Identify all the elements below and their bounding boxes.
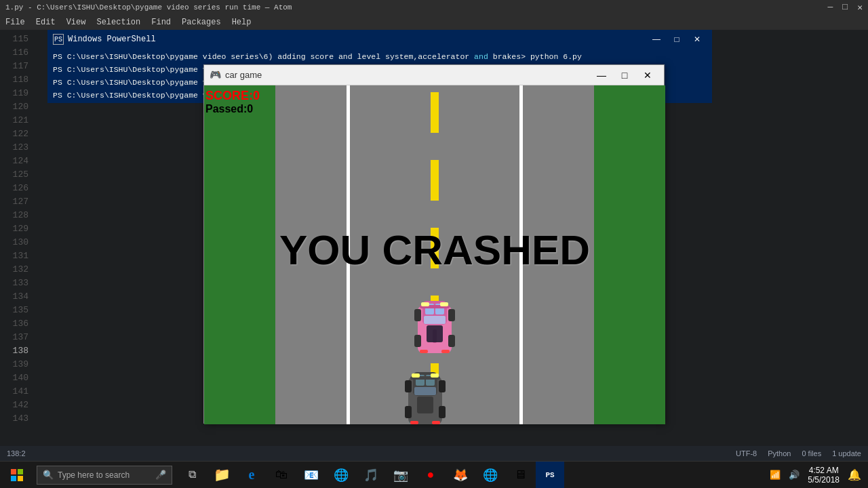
- road-dash-2: [431, 160, 439, 201]
- menu-edit[interactable]: Edit: [36, 18, 56, 27]
- minimize-btn[interactable]: —: [828, 2, 833, 13]
- taskbar: 🔍 Type here to search 🎤 ⧉ 📁 e 🛍 📧 🌐 🎵 📷: [0, 461, 868, 488]
- clock-date: 5/5/2018: [808, 475, 840, 485]
- game-minimize-btn[interactable]: —: [591, 68, 612, 83]
- taskbar-monitor[interactable]: 🖥: [506, 462, 534, 489]
- svg-rect-8: [414, 335, 421, 347]
- clock[interactable]: 4:52 AM 5/5/2018: [808, 466, 840, 485]
- line-numbers: 115116117118119 120121122123124 12512612…: [0, 30, 34, 460]
- game-title-icon: 🎮: [210, 69, 221, 81]
- svg-rect-26: [412, 373, 420, 378]
- road-dash-1: [431, 92, 439, 133]
- ps-titlebar: PS Windows PowerShell — □ ✕: [47, 30, 712, 49]
- game-titlebar: 🎮 car game — □ ✕: [204, 65, 664, 85]
- svg-rect-13: [420, 350, 428, 353]
- crashed-text: YOU CRASHED: [279, 226, 590, 274]
- svg-rect-25: [439, 406, 446, 418]
- game-controls: — □ ✕: [591, 68, 658, 83]
- svg-rect-22: [405, 380, 412, 392]
- svg-rect-27: [431, 373, 439, 378]
- close-btn[interactable]: ✕: [857, 2, 863, 13]
- svg-rect-30: [417, 396, 433, 413]
- ps-window-title: Windows PowerShell: [68, 35, 156, 44]
- taskbar-media[interactable]: 🎵: [357, 462, 385, 489]
- svg-rect-11: [440, 302, 448, 306]
- ps-controls: — □ ✕: [647, 33, 707, 46]
- taskbar-explorer[interactable]: 📁: [208, 462, 236, 489]
- status-updates: 1 update: [832, 449, 861, 458]
- menu-find[interactable]: Find: [151, 18, 171, 27]
- ps-title-text: PS Windows PowerShell: [53, 34, 156, 45]
- taskbar-edge[interactable]: e: [237, 462, 266, 489]
- svg-rect-6: [414, 309, 421, 321]
- mic-icon[interactable]: 🎤: [155, 470, 166, 481]
- taskbar-store[interactable]: 🛍: [267, 462, 296, 489]
- network-icon[interactable]: 📶: [770, 470, 781, 481]
- status-language: Python: [768, 449, 791, 458]
- svg-rect-23: [439, 380, 446, 392]
- search-placeholder-text: Type here to search: [58, 470, 130, 480]
- ps-line-1: PS C:\Users\ISHU\Desktop\pygame video se…: [53, 50, 707, 63]
- ps-close-btn[interactable]: ✕: [688, 33, 707, 46]
- svg-rect-33: [11, 476, 16, 481]
- menu-selection[interactable]: Selection: [96, 18, 140, 27]
- score-display: SCORE:0 Passed:0: [205, 89, 260, 115]
- taskbar-chrome[interactable]: 🌐: [476, 462, 505, 489]
- menu-file[interactable]: File: [5, 18, 25, 27]
- game-window: 🎮 car game — □ ✕ SCORE:0 Passed:0: [203, 64, 665, 424]
- enemy-car: [405, 367, 446, 424]
- taskbar-right: 📶 🔊 4:52 AM 5/5/2018 🔔: [763, 466, 868, 485]
- game-close-btn[interactable]: ✕: [637, 68, 658, 83]
- svg-rect-24: [405, 406, 412, 418]
- menu-packages[interactable]: Packages: [182, 18, 221, 27]
- taskbar-task-view[interactable]: ⧉: [178, 462, 206, 489]
- volume-icon[interactable]: 🔊: [789, 470, 800, 481]
- svg-rect-15: [427, 325, 443, 342]
- game-canvas: SCORE:0 Passed:0 YOU CRASHED: [204, 85, 665, 424]
- title-bar-controls: — □ ✕: [828, 2, 863, 13]
- search-bar[interactable]: 🔍 Type here to search 🎤: [37, 466, 172, 485]
- game-maximize-btn[interactable]: □: [614, 68, 635, 83]
- svg-rect-9: [448, 335, 455, 347]
- title-bar: 1.py - C:\Users\ISHU\Desktop\pygame vide…: [0, 0, 868, 15]
- ps-title-icon: PS: [53, 34, 64, 45]
- svg-rect-29: [432, 421, 440, 424]
- svg-rect-34: [18, 476, 23, 481]
- start-button[interactable]: [0, 462, 34, 489]
- status-position: 138:2: [7, 449, 26, 458]
- svg-rect-20: [414, 387, 436, 395]
- status-bar: 138:2 UTF-8 Python 0 files 1 update: [0, 446, 868, 461]
- search-icon: 🔍: [43, 470, 54, 481]
- taskbar-app-red[interactable]: ●: [416, 462, 445, 489]
- player-car: [414, 296, 455, 363]
- taskbar-camera[interactable]: 📷: [387, 462, 415, 489]
- svg-rect-10: [421, 302, 429, 306]
- title-bar-text: 1.py - C:\Users\ISHU\Desktop\pygame vide…: [5, 3, 292, 12]
- taskbar-mail[interactable]: 📧: [297, 462, 326, 489]
- svg-rect-28: [410, 421, 418, 424]
- status-encoding: UTF-8: [736, 449, 757, 458]
- status-files: 0 files: [802, 449, 821, 458]
- taskbar-browser[interactable]: 🌐: [327, 462, 355, 489]
- notification-button[interactable]: 🔔: [848, 468, 861, 482]
- svg-rect-4: [424, 316, 446, 324]
- clock-time: 4:52 AM: [808, 466, 840, 475]
- score-value: SCORE:0: [205, 89, 260, 103]
- taskbar-firefox[interactable]: 🦊: [446, 462, 475, 489]
- grass-right: [594, 85, 665, 424]
- menu-help[interactable]: Help: [232, 18, 252, 27]
- ps-minimize-btn[interactable]: —: [647, 33, 666, 46]
- grass-left: [204, 85, 275, 424]
- passed-value: Passed:0: [205, 103, 260, 115]
- menu-view[interactable]: View: [66, 18, 86, 27]
- ps-maximize-btn[interactable]: □: [667, 33, 686, 46]
- svg-rect-7: [448, 309, 455, 321]
- svg-rect-14: [441, 350, 450, 353]
- game-title-text: car game: [225, 70, 262, 80]
- taskbar-apps: ⧉ 📁 e 🛍 📧 🌐 🎵 📷 ● 🦊 🌐: [178, 462, 564, 489]
- menu-bar: File Edit View Selection Find Packages H…: [0, 15, 868, 30]
- maximize-btn[interactable]: □: [842, 2, 848, 13]
- svg-rect-32: [18, 469, 23, 474]
- svg-rect-31: [11, 469, 16, 474]
- taskbar-powershell[interactable]: PS: [536, 462, 564, 489]
